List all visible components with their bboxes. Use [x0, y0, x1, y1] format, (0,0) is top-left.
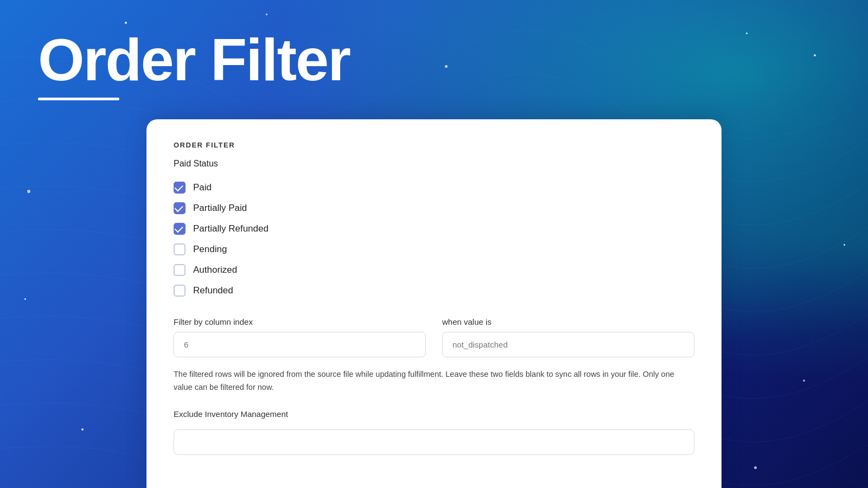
- section-label: ORDER FILTER: [174, 141, 694, 149]
- checkbox-pending[interactable]: Pending: [174, 239, 694, 260]
- checkbox-partially-refunded[interactable]: Partially Refunded: [174, 219, 694, 239]
- checkbox-authorized-label: Authorized: [193, 265, 237, 275]
- filter-column-group: Filter by column index: [174, 317, 426, 357]
- exclude-inventory-group: Exclude Inventory Management: [174, 409, 694, 455]
- hero-area: Order Filter: [0, 0, 868, 117]
- checkbox-partially-paid-label: Partially Paid: [193, 203, 247, 214]
- checkbox-partially-refunded-box[interactable]: [174, 223, 186, 235]
- checkbox-partially-paid[interactable]: Partially Paid: [174, 198, 694, 219]
- paid-status-checkboxes: Paid Partially Paid Partially Refunded P…: [174, 177, 694, 301]
- filter-card: ORDER FILTER Paid Status Paid Partially …: [146, 119, 722, 488]
- checkbox-refunded-label: Refunded: [193, 285, 233, 296]
- checkbox-refunded[interactable]: Refunded: [174, 280, 694, 301]
- checkbox-refunded-box[interactable]: [174, 285, 186, 297]
- helper-text: The filtered rows will be ignored from t…: [174, 368, 694, 394]
- checkbox-partially-refunded-label: Partially Refunded: [193, 223, 269, 234]
- checkbox-paid-box[interactable]: [174, 182, 186, 194]
- exclude-inventory-input[interactable]: [174, 429, 694, 455]
- card-container: ORDER FILTER Paid Status Paid Partially …: [146, 119, 722, 488]
- title-underline: [38, 98, 119, 100]
- checkbox-partially-paid-box[interactable]: [174, 202, 186, 214]
- exclude-inventory-label: Exclude Inventory Management: [174, 409, 694, 419]
- when-value-group: when value is: [442, 317, 694, 357]
- paid-status-label: Paid Status: [174, 159, 694, 169]
- checkbox-paid-label: Paid: [193, 182, 212, 193]
- checkbox-paid[interactable]: Paid: [174, 177, 694, 198]
- filter-column-label: Filter by column index: [174, 317, 426, 326]
- when-value-label: when value is: [442, 317, 694, 326]
- checkbox-pending-label: Pending: [193, 244, 227, 255]
- filter-fields-row: Filter by column index when value is: [174, 317, 694, 357]
- checkbox-authorized-box[interactable]: [174, 264, 186, 276]
- checkbox-pending-box[interactable]: [174, 243, 186, 255]
- page-title: Order Filter: [38, 30, 830, 89]
- when-value-input[interactable]: [442, 332, 694, 357]
- checkbox-authorized[interactable]: Authorized: [174, 260, 694, 280]
- filter-column-input[interactable]: [174, 332, 426, 357]
